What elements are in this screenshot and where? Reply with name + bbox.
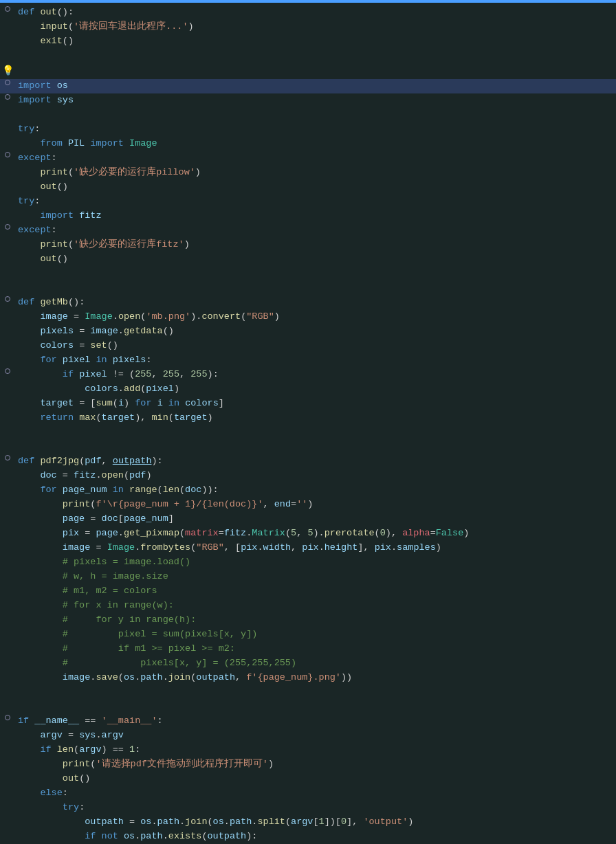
code-line: input('请按回车退出此程序...')	[0, 20, 616, 34]
code-line: pixels = image.getdata()	[0, 324, 616, 339]
line-code: doc = fitz.open(pdf)	[15, 469, 610, 483]
code-line: if not os.path.exists(outpath):	[0, 830, 616, 844]
gutter	[0, 801, 15, 801]
gutter	[0, 49, 15, 49]
code-line: doc = fitz.open(pdf)	[0, 469, 616, 483]
line-code: from PIL import Image	[15, 137, 610, 151]
breakpoint-dot[interactable]	[5, 455, 10, 460]
gutter	[0, 830, 15, 830]
code-line: def getMb():	[0, 296, 616, 310]
code-line: try:	[0, 801, 616, 815]
line-code	[15, 108, 610, 122]
line-code: out()	[15, 252, 610, 267]
line-code: exit()	[15, 34, 610, 49]
line-code: pix = page.get_pixmap(matrix=fitz.Matrix…	[15, 526, 610, 541]
breakpoint-dot[interactable]	[5, 715, 10, 720]
gutter	[0, 180, 15, 181]
code-line: def pdf2jpg(pdf, outpath):	[0, 454, 616, 469]
gutter	[0, 541, 15, 542]
code-line	[0, 49, 616, 63]
code-line: print(f'\r{page_num + 1}/{len(doc)}', en…	[0, 498, 616, 512]
gutter	[0, 20, 15, 21]
gutter	[0, 743, 15, 744]
line-code: import fitz	[15, 209, 610, 223]
code-line: from PIL import Image	[0, 137, 616, 151]
line-code: try:	[15, 195, 610, 209]
breakpoint-dot[interactable]	[5, 296, 10, 302]
line-code: image = Image.open('mb.png').convert("RG…	[15, 310, 610, 324]
gutter	[0, 786, 15, 787]
code-line: colors = set()	[0, 339, 616, 353]
gutter	[0, 685, 15, 686]
line-code	[15, 425, 610, 440]
code-line: try:	[0, 195, 616, 209]
code-line: # for x in range(w):	[0, 599, 616, 613]
code-editor: def out(): input('请按回车退出此程序...') exit() …	[0, 0, 616, 844]
gutter	[0, 469, 15, 469]
breakpoint-dot[interactable]	[5, 152, 10, 157]
line-code	[15, 49, 610, 63]
code-line: if pixel != (255, 255, 255):	[0, 368, 616, 382]
code-line: else:	[0, 786, 616, 801]
gutter	[0, 79, 15, 85]
gutter	[0, 757, 15, 758]
line-code	[15, 700, 610, 714]
breakpoint-dot[interactable]	[5, 80, 10, 85]
line-code: # pixels = image.load()	[15, 555, 610, 570]
code-line: print('请选择pdf文件拖动到此程序打开即可')	[0, 757, 616, 772]
breakpoint-dot[interactable]	[5, 6, 10, 12]
line-code: page = doc[page_num]	[15, 512, 610, 526]
code-line: exit()	[0, 34, 616, 49]
lightbulb-icon[interactable]: 💡	[2, 64, 14, 79]
line-code: except:	[15, 223, 610, 238]
gutter	[0, 209, 15, 210]
code-line: print('缺少必要的运行库pillow')	[0, 166, 616, 180]
line-code	[15, 281, 610, 296]
gutter	[0, 151, 15, 157]
line-code: pixels = image.getdata()	[15, 324, 610, 339]
gutter	[0, 411, 15, 412]
gutter	[0, 526, 15, 527]
gutter	[0, 195, 15, 195]
code-line: # w, h = image.size	[0, 570, 616, 584]
line-code: out()	[15, 772, 610, 786]
code-line	[0, 685, 616, 700]
code-line: image = Image.open('mb.png').convert("RG…	[0, 310, 616, 324]
breakpoint-dot[interactable]	[5, 368, 10, 374]
code-line: if len(argv) == 1:	[0, 743, 616, 757]
line-code: def getMb():	[15, 296, 610, 310]
breakpoint-dot[interactable]	[5, 224, 10, 230]
code-line	[0, 281, 616, 296]
line-code: colors.add(pixel)	[15, 382, 610, 397]
line-code	[15, 685, 610, 700]
line-code: import sys	[15, 93, 610, 108]
code-line: # pixel = sum(pixels[x, y])	[0, 628, 616, 642]
code-line	[0, 425, 616, 440]
gutter	[0, 628, 15, 628]
line-code	[15, 440, 610, 454]
line-code: def pdf2jpg(pdf, outpath):	[15, 454, 610, 469]
code-line: out()	[0, 772, 616, 786]
gutter	[0, 454, 15, 460]
line-code: else:	[15, 786, 610, 801]
code-line: for pixel in pixels:	[0, 353, 616, 368]
gutter	[0, 671, 15, 671]
gutter	[0, 570, 15, 570]
code-line: def out():	[0, 5, 616, 20]
line-code: if pixel != (255, 255, 255):	[15, 368, 610, 382]
gutter	[0, 324, 15, 325]
line-code: target = [sum(i) for i in colors]	[15, 397, 610, 411]
code-line	[0, 700, 616, 714]
line-code: # m1, m2 = colors	[15, 584, 610, 599]
gutter	[0, 252, 15, 253]
code-line: print('缺少必要的运行库fitz')	[0, 238, 616, 252]
code-line	[0, 108, 616, 122]
code-line: # pixels[x, y] = (255,255,255)	[0, 656, 616, 671]
line-code: # pixel = sum(pixels[x, y])	[15, 628, 610, 642]
code-line: image = Image.frombytes("RGB", [pix.widt…	[0, 541, 616, 555]
line-code: # pixels[x, y] = (255,255,255)	[15, 656, 610, 671]
code-line: import fitz	[0, 209, 616, 223]
gutter	[0, 137, 15, 137]
code-line: for page_num in range(len(doc)):	[0, 483, 616, 498]
breakpoint-dot[interactable]	[5, 94, 10, 100]
